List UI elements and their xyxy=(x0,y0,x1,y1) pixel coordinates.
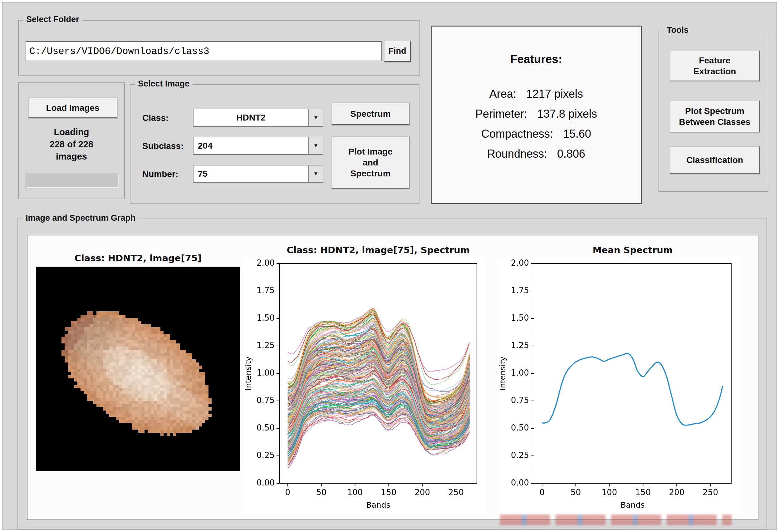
tools-title: Tools xyxy=(663,25,692,35)
chevron-down-icon[interactable]: ▼ xyxy=(308,109,323,126)
select-image-group: Select Image Class: HDNT2 ▼ Subclass: 20… xyxy=(130,84,419,203)
chevron-down-icon[interactable]: ▼ xyxy=(308,137,323,154)
folder-path-input[interactable] xyxy=(25,41,382,61)
feature-row-perimeter: Perimeter: 137.8 pixels xyxy=(432,104,641,124)
seed-image-canvas xyxy=(36,267,240,471)
number-combobox-value: 75 xyxy=(193,166,308,182)
chevron-down-icon[interactable]: ▼ xyxy=(308,166,323,182)
class-combobox-value: HDNT2 xyxy=(193,109,308,126)
feature-label: Compactness: xyxy=(481,127,553,140)
class-label: Class: xyxy=(142,113,169,123)
mean-spectrum-chart-canvas xyxy=(497,258,740,515)
spectrum-chart-canvas xyxy=(243,258,486,515)
feature-value: 137.8 pixels xyxy=(537,107,597,120)
seed-image-title: Class: HDNT2, image[75] xyxy=(36,253,240,263)
feature-value: 0.806 xyxy=(557,147,585,161)
load-images-button[interactable]: Load Images xyxy=(28,98,117,118)
mean-spectrum-chart: Mean Spectrum xyxy=(497,242,740,517)
feature-row-compactness: Compactness: 15.60 xyxy=(432,124,641,144)
graph-group-title: Image and Spectrum Graph xyxy=(22,213,139,223)
select-image-title: Select Image xyxy=(135,79,192,88)
feature-value: 15.60 xyxy=(563,127,591,140)
select-folder-title: Select Folder xyxy=(23,15,82,24)
classification-button[interactable]: Classification xyxy=(670,146,760,174)
subclass-combobox-value: 204 xyxy=(193,137,308,154)
features-rows: Area: 1217 pixels Perimeter: 137.8 pixel… xyxy=(432,84,641,164)
feature-label: Perimeter: xyxy=(475,107,527,120)
feature-label: Area: xyxy=(489,87,516,101)
class-combobox[interactable]: HDNT2 ▼ xyxy=(193,109,323,127)
spectrum-chart: Class: HDNT2, image[75], Spectrum xyxy=(243,242,486,517)
number-combobox[interactable]: 75 ▼ xyxy=(193,165,323,183)
progress-bar xyxy=(25,174,119,188)
loading-status-text: Loading 228 of 228 images xyxy=(19,126,124,163)
plot-image-and-spectrum-button[interactable]: Plot Image and Spectrum xyxy=(332,136,410,189)
image-and-spectrum-graph-group: Image and Spectrum Graph Class: HDNT2, i… xyxy=(17,219,767,530)
load-images-group: Load Images Loading 228 of 228 images xyxy=(18,82,125,199)
feature-label: Roundness: xyxy=(487,147,547,161)
spectrum-chart-title: Class: HDNT2, image[75], Spectrum xyxy=(280,245,477,255)
feature-extraction-button[interactable]: Feature Extraction xyxy=(670,51,760,81)
find-button[interactable]: Find xyxy=(384,41,411,62)
number-label: Number: xyxy=(142,169,178,179)
mean-spectrum-chart-title: Mean Spectrum xyxy=(534,245,731,255)
app-window: Select Folder Find Load Images Loading 2… xyxy=(2,2,777,530)
watermark xyxy=(500,515,731,525)
graph-panel: Class: HDNT2, image[75] Class: HDNT2, im… xyxy=(27,235,759,520)
spectrum-button[interactable]: Spectrum xyxy=(332,102,410,125)
tools-group: Tools Feature Extraction Plot Spectrum B… xyxy=(659,31,768,192)
feature-value: 1217 pixels xyxy=(526,87,583,101)
features-panel: Features: Area: 1217 pixels Perimeter: 1… xyxy=(431,25,642,204)
features-title: Features: xyxy=(432,53,641,66)
subclass-label: Subclass: xyxy=(142,141,183,151)
feature-row-roundness: Roundness: 0.806 xyxy=(432,144,641,164)
subclass-combobox[interactable]: 204 ▼ xyxy=(193,137,323,155)
feature-row-area: Area: 1217 pixels xyxy=(432,84,641,104)
plot-spectrum-between-classes-button[interactable]: Plot Spectrum Between Classes xyxy=(670,101,760,132)
select-folder-group: Select Folder Find xyxy=(18,20,420,75)
progress-bar-fill xyxy=(26,174,118,187)
